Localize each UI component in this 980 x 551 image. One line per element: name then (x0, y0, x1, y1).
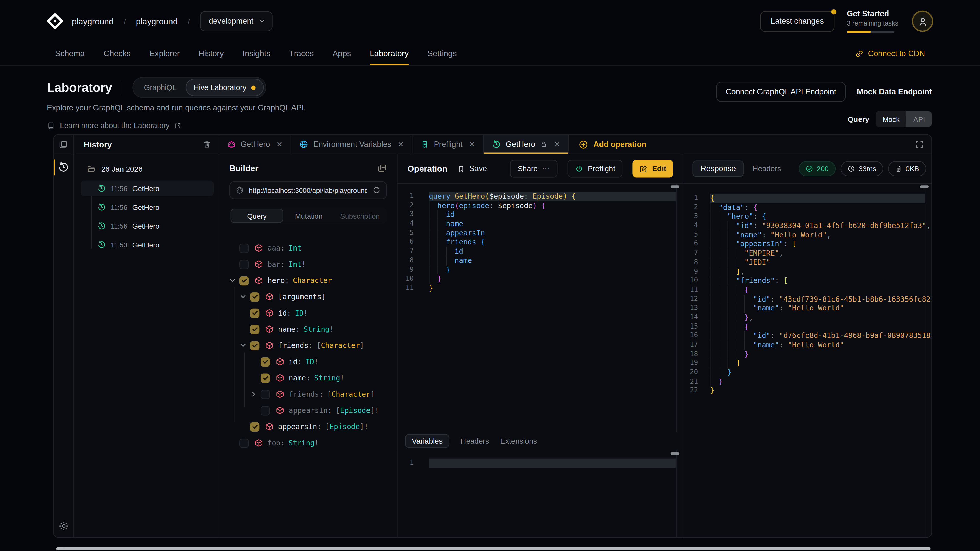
hive-logo-icon[interactable] (47, 13, 63, 29)
field-row-id[interactable]: id:ID! (229, 305, 387, 321)
field-checkbox[interactable] (250, 308, 259, 318)
nav-item-traces[interactable]: Traces (289, 43, 313, 65)
get-started-widget[interactable]: Get Started 3 remaining tasks (847, 10, 899, 33)
response-viewer[interactable]: 12345678910111213141516171819202122 {"da… (682, 184, 931, 537)
close-icon[interactable]: ✕ (469, 140, 475, 149)
connect-to-cdn-link[interactable]: Connect to CDN (855, 43, 925, 65)
tab-extensions[interactable]: Extensions (500, 437, 537, 445)
breadcrumb-org[interactable]: playground (72, 17, 114, 26)
field-row-hero[interactable]: hero:Character (229, 272, 387, 289)
tab-response[interactable]: Response (692, 160, 744, 177)
operation-editor[interactable]: 1234567891011 query GetHero($episode: Ep… (398, 184, 682, 432)
close-icon[interactable]: ✕ (554, 140, 560, 149)
nav-item-checks[interactable]: Checks (103, 43, 130, 65)
field-row-aaa[interactable]: aaa:Int (229, 240, 387, 256)
fullscreen-icon[interactable] (907, 135, 931, 154)
field-row-appearsIn[interactable]: appearsIn:[Episode]! (229, 419, 387, 435)
tab-variables[interactable]: Variables (405, 434, 449, 448)
edit-button[interactable]: Edit (633, 160, 673, 178)
field-row-appearsIn[interactable]: appearsIn:[Episode]! (229, 402, 387, 419)
field-row-id[interactable]: id:ID! (229, 354, 387, 370)
caret-right-icon[interactable] (251, 391, 261, 397)
scrollbar-thumb[interactable] (920, 186, 929, 188)
collapse-panel-icon[interactable] (377, 164, 387, 173)
environment-select[interactable]: development (200, 11, 272, 31)
line-numbers: 1234567891011 (398, 192, 420, 293)
history-item[interactable]: 11:56GetHero (81, 181, 214, 196)
field-checkbox[interactable] (239, 276, 249, 285)
endpoint-url-input[interactable] (249, 186, 368, 194)
field-checkbox[interactable] (261, 389, 270, 399)
field-checkbox[interactable] (261, 357, 270, 367)
tab-response-headers[interactable]: Headers (752, 164, 781, 173)
field-checkbox[interactable] (250, 292, 259, 302)
nav-item-schema[interactable]: Schema (55, 43, 85, 65)
mock-endpoint-button[interactable]: Mock Data Endpoint (857, 87, 932, 96)
history-item[interactable]: 11:56GetHero (81, 218, 214, 233)
nav-item-history[interactable]: History (199, 43, 224, 65)
share-button[interactable]: Share ⋯ (510, 160, 558, 178)
caret-down-icon[interactable] (240, 294, 250, 300)
tab-environment-variables[interactable]: Environment Variables ✕ (291, 135, 413, 154)
nav-item-explorer[interactable]: Explorer (149, 43, 180, 65)
field-checkbox[interactable] (239, 438, 249, 448)
scrollbar-thumb[interactable] (671, 186, 679, 188)
caret-down-icon[interactable] (229, 277, 239, 283)
tab-mutation[interactable]: Mutation (283, 209, 334, 223)
tab-subscription[interactable]: Subscription (334, 209, 386, 223)
toggle-api[interactable]: API (907, 111, 932, 127)
horizontal-scrollbar[interactable] (56, 547, 931, 550)
field-checkbox[interactable] (250, 422, 259, 431)
field-row-bar[interactable]: bar:Int! (229, 256, 387, 272)
tab-gethero-1[interactable]: GetHero ✕ (220, 135, 291, 154)
field-row-name[interactable]: name:String! (229, 370, 387, 386)
field-row-friends[interactable]: friends:[Character] (229, 386, 387, 402)
trash-icon[interactable] (202, 140, 211, 149)
plus-circle-icon (579, 140, 589, 149)
field-type-token: ! (364, 422, 369, 431)
code-line: ], (710, 267, 925, 276)
close-icon[interactable]: ✕ (277, 140, 283, 149)
tab-query[interactable]: Query (231, 209, 283, 223)
tab-headers[interactable]: Headers (461, 437, 489, 445)
field-checkbox[interactable] (261, 373, 270, 383)
field-checkbox[interactable] (250, 341, 259, 350)
add-operation-button[interactable]: Add operation (569, 135, 656, 154)
tabs-icon[interactable] (54, 135, 74, 154)
field-row-friends[interactable]: friends:[Character] (229, 337, 387, 354)
nav-item-laboratory[interactable]: Laboratory (370, 43, 409, 65)
history-rail-icon[interactable] (54, 162, 73, 172)
field-row-foo[interactable]: foo:String! (229, 435, 387, 451)
caret-down-icon[interactable] (240, 342, 250, 348)
nav-item-insights[interactable]: Insights (242, 43, 270, 65)
field-checkbox[interactable] (239, 243, 249, 253)
history-item[interactable]: 11:56GetHero (81, 199, 214, 215)
mode-hive-laboratory[interactable]: Hive Laboratory (185, 79, 264, 97)
field-checkbox[interactable] (250, 324, 259, 334)
close-icon[interactable]: ✕ (398, 140, 404, 149)
field-row-name[interactable]: name:String! (229, 321, 387, 338)
latest-changes-button[interactable]: Latest changes (760, 11, 834, 32)
history-date-group[interactable]: 26 Jan 2026 (74, 163, 219, 176)
variables-editor[interactable]: 1 (398, 451, 682, 537)
avatar[interactable] (912, 11, 933, 32)
tab-gethero-2-active[interactable]: GetHero ✕ (484, 135, 569, 154)
field-checkbox[interactable] (261, 406, 270, 415)
field-checkbox[interactable] (239, 260, 249, 269)
save-button[interactable]: Save (457, 164, 487, 173)
nav-item-settings[interactable]: Settings (428, 43, 457, 65)
mode-graphiql[interactable]: GraphiQL (135, 79, 185, 97)
nav-item-apps[interactable]: Apps (332, 43, 351, 65)
refresh-icon[interactable] (372, 186, 381, 194)
environment-select-value: development (209, 17, 253, 25)
tab-preflight[interactable]: Preflight ✕ (413, 135, 484, 154)
preflight-button[interactable]: Preflight (568, 160, 623, 178)
scrollbar-thumb[interactable] (671, 452, 679, 455)
toggle-mock[interactable]: Mock (876, 111, 907, 127)
field-row-arguments[interactable]: [arguments] (229, 289, 387, 305)
connect-endpoint-button[interactable]: Connect GraphQL API Endpoint (716, 82, 845, 102)
breadcrumb-project[interactable]: playground (136, 17, 178, 26)
gear-icon[interactable] (54, 521, 73, 531)
history-item[interactable]: 11:53GetHero (81, 237, 214, 252)
learn-more-link[interactable]: Learn more about the Laboratory (47, 121, 306, 130)
